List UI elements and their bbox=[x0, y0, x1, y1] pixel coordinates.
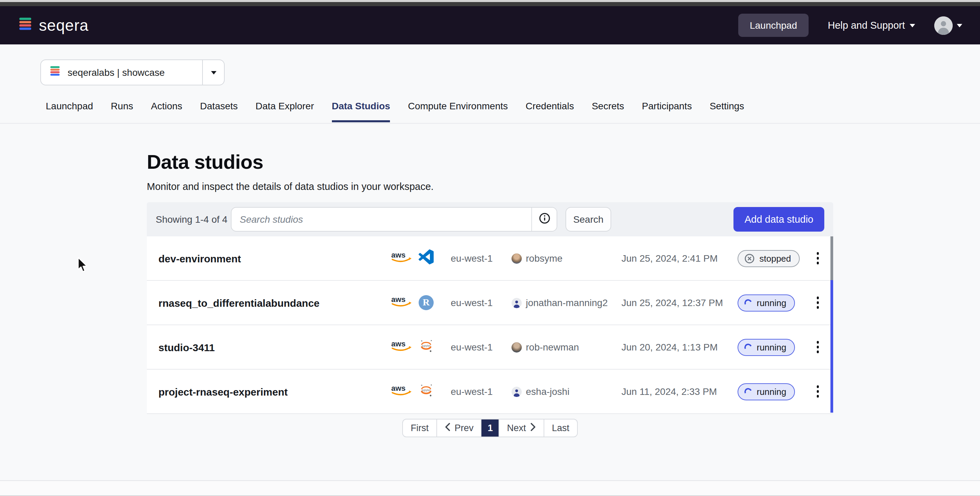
brand-wordmark: seqera bbox=[39, 16, 88, 35]
pagination: First Prev 1 Next Last bbox=[147, 419, 833, 437]
rstudio-icon: R bbox=[418, 295, 434, 310]
studio-status-cell: running bbox=[734, 338, 802, 356]
studio-region: eu-west-1 bbox=[441, 341, 509, 352]
user-avatar-photo bbox=[512, 342, 522, 352]
help-label: Help and Support bbox=[828, 20, 905, 31]
tab-launchpad[interactable]: Launchpad bbox=[46, 100, 93, 122]
studio-name[interactable]: project-rnaseq-experiment bbox=[158, 386, 384, 397]
user-avatar-photo bbox=[512, 253, 522, 263]
table-row[interactable]: rnaseq_to_differentialabundanceawsReu-we… bbox=[147, 281, 833, 325]
studio-platform-icons: awsjupyter bbox=[384, 338, 441, 356]
results-count: Showing 1-4 of 4 bbox=[156, 214, 231, 225]
aws-logo-icon: aws bbox=[391, 250, 413, 266]
tab-secrets[interactable]: Secrets bbox=[592, 100, 624, 122]
studio-date: Jun 20, 2024, 1:13 PM bbox=[622, 341, 734, 352]
jupyter-icon: jupyter bbox=[418, 338, 434, 356]
page-subtitle: Monitor and inspect the details of data … bbox=[147, 181, 434, 192]
workspace-dropdown-button[interactable] bbox=[203, 60, 224, 85]
studio-owner: jonathan-manning2 bbox=[509, 297, 622, 308]
spinner-icon bbox=[743, 342, 753, 352]
spinner-icon bbox=[743, 387, 753, 396]
pagination-prev-button[interactable]: Prev bbox=[437, 419, 482, 437]
chevron-left-icon bbox=[444, 423, 450, 433]
footer bbox=[0, 481, 980, 495]
aws-logo-icon: aws bbox=[391, 339, 413, 355]
svg-text:jupyter: jupyter bbox=[422, 388, 431, 392]
studio-name[interactable]: dev-environment bbox=[158, 252, 384, 264]
tab-data-explorer[interactable]: Data Explorer bbox=[255, 100, 314, 122]
scrollbar-thumb[interactable] bbox=[830, 236, 833, 280]
pagination-current-page[interactable]: 1 bbox=[482, 419, 500, 437]
search-info-button[interactable] bbox=[532, 208, 557, 231]
status-badge-running: running bbox=[738, 338, 795, 356]
chevron-down-icon bbox=[211, 71, 216, 74]
row-menu-button[interactable] bbox=[802, 294, 833, 311]
studio-status-cell: running bbox=[734, 383, 802, 400]
pagination-last-label: Last bbox=[552, 423, 569, 433]
pagination-last-button[interactable]: Last bbox=[544, 419, 577, 437]
studio-status-cell: stopped bbox=[734, 250, 802, 267]
studio-region: eu-west-1 bbox=[441, 253, 509, 264]
studios-card: Showing 1-4 of 4 Search bbox=[147, 202, 833, 414]
seqera-mark-icon bbox=[18, 17, 33, 33]
workspace-selector[interactable]: seqeralabs | showcase bbox=[40, 59, 225, 85]
seqera-logo[interactable]: seqera bbox=[18, 16, 88, 35]
launchpad-button[interactable]: Launchpad bbox=[738, 14, 809, 37]
browser-chrome-dark-strip bbox=[0, 2, 980, 6]
studios-table-body: dev-environmentawseu-west-1robsymeJun 25… bbox=[147, 236, 833, 414]
kebab-menu-icon bbox=[814, 294, 822, 311]
studio-platform-icons: aws bbox=[384, 249, 441, 267]
app-root: seqera Launchpad Help and Support bbox=[0, 0, 980, 496]
table-row[interactable]: studio-3411awsjupytereu-west-1rob-newman… bbox=[147, 325, 833, 370]
help-and-support-menu[interactable]: Help and Support bbox=[828, 20, 915, 31]
table-row[interactable]: dev-environmentawseu-west-1robsymeJun 25… bbox=[147, 236, 833, 281]
studio-region: eu-west-1 bbox=[441, 386, 509, 397]
pagination-next-button[interactable]: Next bbox=[500, 419, 545, 437]
user-avatar-icon bbox=[512, 298, 522, 308]
page-content: Data studios Monitor and inspect the det… bbox=[0, 124, 980, 480]
studio-platform-icons: awsR bbox=[384, 295, 441, 311]
top-navigation-bar: seqera Launchpad Help and Support bbox=[0, 6, 980, 45]
scrollbar-track-accent bbox=[830, 280, 833, 413]
svg-text:aws: aws bbox=[391, 295, 406, 304]
studio-owner: robsyme bbox=[509, 253, 622, 264]
pagination-first-label: First bbox=[411, 423, 429, 433]
tab-datasets[interactable]: Datasets bbox=[200, 100, 238, 122]
studio-date: Jun 25, 2024, 12:37 PM bbox=[622, 297, 734, 308]
row-menu-button[interactable] bbox=[802, 338, 833, 356]
status-badge-running: running bbox=[738, 383, 795, 400]
studio-name[interactable]: rnaseq_to_differentialabundance bbox=[158, 297, 384, 308]
workspace-selector-main[interactable]: seqeralabs | showcase bbox=[41, 60, 202, 85]
kebab-menu-icon bbox=[814, 383, 822, 400]
tab-credentials[interactable]: Credentials bbox=[525, 100, 574, 122]
vscode-icon bbox=[418, 249, 434, 267]
jupyter-icon: jupyter bbox=[418, 383, 434, 400]
studio-status-cell: running bbox=[734, 294, 802, 311]
row-menu-button[interactable] bbox=[802, 250, 833, 267]
search-button[interactable]: Search bbox=[565, 207, 611, 231]
studio-date: Jun 11, 2024, 2:33 PM bbox=[622, 386, 734, 397]
add-data-studio-button[interactable]: Add data studio bbox=[733, 207, 824, 231]
page-title: Data studios bbox=[147, 151, 263, 174]
search-input[interactable] bbox=[232, 208, 531, 231]
table-scrollbar[interactable] bbox=[830, 236, 833, 413]
tab-settings[interactable]: Settings bbox=[710, 100, 744, 122]
info-icon bbox=[538, 212, 550, 226]
svg-text:aws: aws bbox=[391, 340, 406, 348]
tab-runs[interactable]: Runs bbox=[111, 100, 133, 122]
table-row[interactable]: project-rnaseq-experimentawsjupytereu-we… bbox=[147, 370, 833, 414]
tab-data-studios[interactable]: Data Studios bbox=[332, 100, 390, 122]
studio-name[interactable]: studio-3411 bbox=[158, 341, 384, 353]
status-badge-running: running bbox=[738, 294, 795, 311]
user-menu[interactable] bbox=[934, 16, 962, 35]
tab-actions[interactable]: Actions bbox=[151, 100, 182, 122]
row-menu-button[interactable] bbox=[802, 383, 833, 400]
tab-participants[interactable]: Participants bbox=[642, 100, 692, 122]
studio-owner: esha-joshi bbox=[509, 386, 622, 397]
search-field bbox=[231, 207, 557, 231]
tab-compute-environments[interactable]: Compute Environments bbox=[408, 100, 508, 122]
workspace-name: seqeralabs | showcase bbox=[68, 67, 165, 78]
user-avatar-icon bbox=[512, 386, 522, 397]
studio-region: eu-west-1 bbox=[441, 297, 509, 308]
pagination-first-button[interactable]: First bbox=[403, 419, 437, 437]
